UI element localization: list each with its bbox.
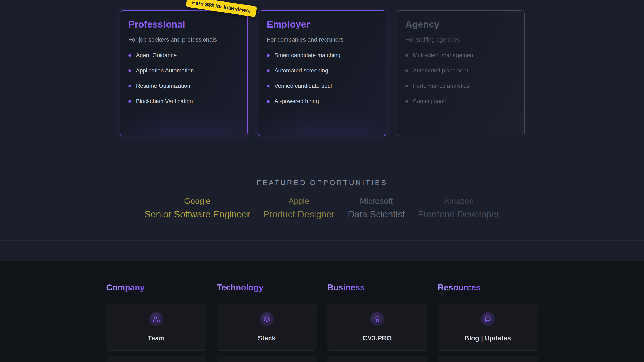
ticker-strip [0, 240, 644, 261]
plan-subtitle: For staffing agencies [405, 36, 516, 43]
footer-column-resources: Resources Blog | Updates [438, 283, 538, 362]
feature-item: AI-powered hiring [267, 94, 377, 109]
footer-heading: Business [327, 283, 365, 292]
feature-item: Automated screening [267, 63, 377, 78]
bullet-dot [267, 69, 270, 72]
bullet-dot [405, 85, 408, 87]
footer-grid: Company Team Technology [106, 283, 538, 362]
feature-label: Application Automation [136, 67, 194, 74]
feature-label: Coming soon... [413, 98, 451, 105]
plan-title: Professional [128, 19, 239, 30]
bullet-dot [128, 85, 131, 87]
icon-circle [370, 312, 384, 326]
footer-column-technology: Technology Stack [217, 283, 317, 362]
message-square-icon [485, 316, 491, 322]
featured-item-apple[interactable]: Apple Product Designer [263, 196, 335, 219]
footer-heading: Technology [217, 283, 263, 292]
icon-circle [150, 312, 163, 326]
plan-subtitle: For job seekers and professionals [128, 36, 239, 43]
layers-icon [264, 316, 270, 322]
footer-card-label: Team [148, 335, 165, 342]
feature-item: Verified candidate pool [267, 78, 377, 94]
role-title: Product Designer [263, 209, 335, 219]
footer-card-partial[interactable] [438, 356, 538, 362]
footer-heading: Company [106, 283, 144, 292]
plan-card-professional[interactable]: Professional For job seekers and profess… [120, 10, 248, 136]
footer-card-stack[interactable]: Stack [217, 304, 317, 351]
feature-item: Smart candidate matching [267, 48, 377, 63]
footer-card-label: Stack [258, 335, 276, 342]
feature-label: Verified candidate pool [274, 83, 332, 89]
company-name: Amazon [418, 196, 500, 206]
role-title: Senior Software Engineer [144, 209, 250, 219]
feature-item: Multi-client management [405, 48, 516, 63]
feature-label: Résumé Optimization [136, 83, 190, 89]
bullet-dot [267, 85, 270, 87]
feature-item: Automated placement [405, 63, 516, 78]
footer-column-company: Company Team [106, 283, 206, 362]
company-name: Microsoft [348, 196, 405, 206]
feature-label: Agent Guidance [136, 52, 177, 59]
plans-section: Earn $$$ for Interviews! Professional Fo… [0, 0, 644, 157]
icon-circle [481, 312, 495, 326]
featured-section: FEATURED OPPORTUNITIES Google Senior Sof… [0, 157, 644, 240]
bullet-dot [405, 100, 408, 103]
feature-item: Application Automation [128, 63, 239, 78]
featured-item-google[interactable]: Google Senior Software Engineer [144, 196, 250, 219]
footer-card-cv3pro[interactable]: CV3.PRO [327, 304, 427, 351]
feature-item: Coming soon... [405, 94, 516, 109]
feature-label: Blockchain Verification [136, 98, 193, 105]
featured-item-microsoft[interactable]: Microsoft Data Scientist [348, 196, 405, 219]
plan-feature-list: Multi-client management Automated placem… [405, 48, 516, 109]
feature-label: Automated screening [274, 67, 328, 74]
footer-card-partial[interactable] [327, 356, 427, 362]
footer-column-business: Business CV3.PRO [327, 283, 427, 362]
bullet-dot [267, 54, 270, 57]
page-body: Earn $$$ for Interviews! Professional Fo… [0, 0, 644, 261]
featured-heading: FEATURED OPPORTUNITIES [0, 179, 644, 187]
feature-label: Performance analytics [413, 83, 469, 89]
footer-card-partial[interactable] [106, 356, 206, 362]
plan-feature-list: Smart candidate matching Automated scree… [267, 48, 377, 109]
feature-item: Blockchain Verification [128, 94, 239, 109]
company-name: Apple [263, 196, 335, 206]
footer-card-label: CV3.PRO [362, 335, 392, 342]
plan-card-employer[interactable]: Employer For companies and recruiters Sm… [258, 10, 386, 136]
users-icon [153, 316, 160, 322]
plan-title: Employer [267, 19, 377, 30]
award-icon [374, 316, 380, 322]
feature-label: Multi-client management [413, 52, 475, 59]
icon-circle [260, 312, 274, 326]
plan-card-agency: Agency For staffing agencies Multi-clien… [396, 10, 525, 136]
plan-title: Agency [405, 19, 516, 30]
bullet-dot [128, 100, 131, 103]
footer: Company Team Technology [0, 261, 644, 362]
bullet-dot [405, 69, 408, 72]
feature-label: AI-powered hiring [274, 98, 319, 105]
bullet-dot [128, 69, 131, 72]
featured-items-row: Google Senior Software Engineer Apple Pr… [0, 196, 644, 219]
feature-item: Performance analytics [405, 78, 516, 94]
footer-card-team[interactable]: Team [106, 304, 206, 351]
bullet-dot [405, 54, 408, 57]
role-title: Data Scientist [348, 209, 405, 219]
bullet-dot [267, 100, 270, 103]
feature-label: Smart candidate matching [274, 52, 340, 59]
feature-item: Agent Guidance [128, 48, 239, 63]
plan-feature-list: Agent Guidance Application Automation Ré… [128, 48, 239, 109]
feature-item: Résumé Optimization [128, 78, 239, 94]
featured-item-amazon[interactable]: Amazon Frontend Developer [418, 196, 500, 219]
footer-card-blog[interactable]: Blog | Updates [438, 304, 538, 351]
footer-heading: Resources [438, 283, 481, 292]
footer-card-partial[interactable] [217, 356, 317, 362]
bullet-dot [128, 54, 131, 57]
plan-subtitle: For companies and recruiters [267, 36, 377, 43]
role-title: Frontend Developer [418, 209, 500, 219]
company-name: Google [144, 196, 250, 206]
feature-label: Automated placement [413, 67, 468, 74]
footer-card-label: Blog | Updates [464, 335, 511, 342]
